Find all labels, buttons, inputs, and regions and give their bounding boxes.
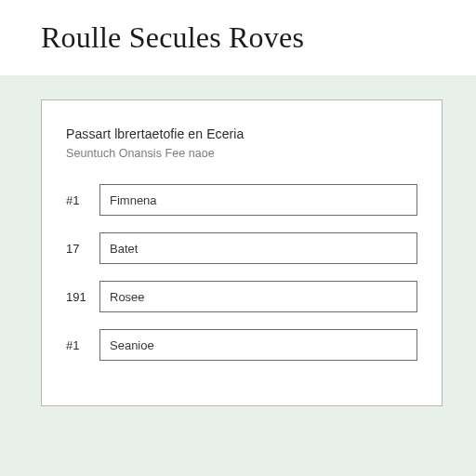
- row-input[interactable]: [99, 329, 417, 361]
- page-title: Roulle Secules Roves: [41, 20, 476, 55]
- subtitle-line-2: Seuntuch Onansis Fee naoe: [66, 147, 417, 160]
- list-item: 191: [66, 281, 417, 312]
- list-item: #1: [66, 329, 417, 361]
- row-input[interactable]: [99, 232, 417, 264]
- row-input[interactable]: [99, 281, 417, 312]
- row-number: #1: [66, 329, 99, 361]
- row-number: 191: [66, 281, 99, 312]
- row-number: #1: [66, 184, 99, 216]
- list-item: 17: [66, 232, 417, 264]
- subtitle-line-1: Passart lbrertaetofie en Eceria: [66, 126, 417, 141]
- row-input[interactable]: [99, 184, 417, 216]
- header: Roulle Secules Roves: [0, 0, 476, 75]
- row-number: 17: [66, 232, 99, 264]
- list-item: #1: [66, 184, 417, 216]
- document-panel: Passart lbrertaetofie en Eceria Seuntuch…: [41, 99, 443, 406]
